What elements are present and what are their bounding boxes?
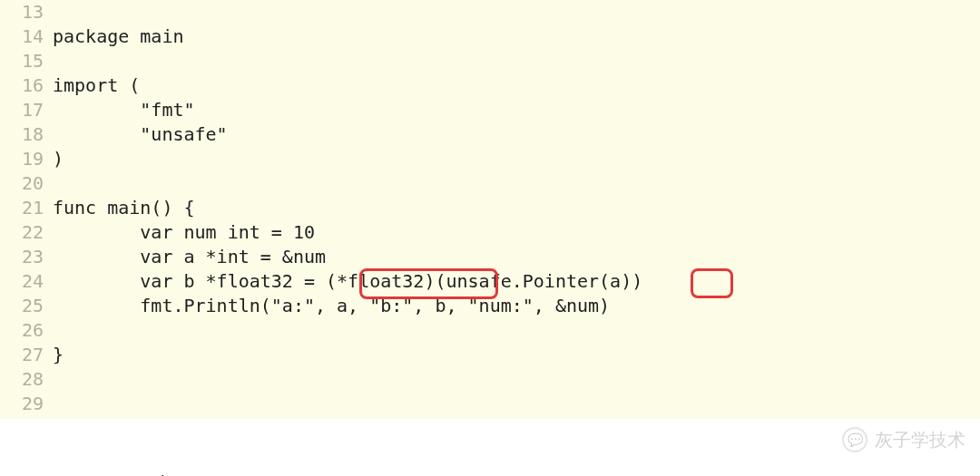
code-line: 21 func main() { (0, 196, 980, 220)
code-text: } (53, 343, 980, 367)
gutter-line-number: 20 (0, 171, 53, 196)
code-line: 22 var num int = 10 (0, 220, 980, 245)
watermark: 💬 灰子学技术 (842, 427, 965, 452)
code-text: import ( (53, 73, 980, 98)
gutter-line-number: 28 (0, 367, 53, 392)
code-text (53, 367, 980, 392)
program-output: a: 0x40e020 b: 0x40e020 num: 0x40e020 (0, 419, 980, 476)
code-text: "unsafe" (53, 122, 980, 147)
code-text: var b *float32 = (*float32)(unsafe.Point… (53, 269, 980, 294)
gutter-line-number: 21 (0, 196, 53, 220)
gutter-line-number: 16 (0, 73, 53, 98)
code-text (53, 392, 980, 416)
wechat-icon: 💬 (842, 427, 867, 452)
gutter-line-number: 15 (0, 49, 53, 73)
code-text (53, 0, 980, 24)
code-line: 26 (0, 318, 980, 343)
code-line: 13 (0, 0, 980, 24)
code-text: package main (53, 24, 980, 49)
code-line: 14 package main (0, 24, 980, 49)
gutter-line-number: 13 (0, 0, 53, 24)
code-text: "fmt" (53, 98, 980, 122)
code-line: 20 (0, 171, 980, 196)
output-text: a: 0x40e020 b: 0x40e020 num: 0x40e020 (29, 471, 434, 476)
code-line: 23 var a *int = &num (0, 245, 980, 269)
code-line: 24 var b *float32 = (*float32)(unsafe.Po… (0, 269, 980, 294)
gutter-line-number: 17 (0, 98, 53, 122)
gutter-line-number: 14 (0, 24, 53, 49)
code-line: 15 (0, 49, 980, 73)
gutter-line-number: 18 (0, 122, 53, 147)
gutter-line-number: 27 (0, 343, 53, 367)
gutter-line-number: 25 (0, 294, 53, 318)
code-editor: 13 14 package main 15 16 import ( 17 "fm… (0, 0, 980, 419)
code-text (53, 318, 980, 343)
gutter-line-number: 23 (0, 245, 53, 269)
code-line: 19 ) (0, 147, 980, 171)
code-line: 17 "fmt" (0, 98, 980, 122)
code-line: 29 (0, 392, 980, 416)
gutter-line-number: 29 (0, 392, 53, 416)
code-text: var num int = 10 (53, 220, 980, 245)
code-text: fmt.Println("a:", a, "b:", b, "num:", &n… (53, 294, 980, 318)
gutter-line-number: 26 (0, 318, 53, 343)
code-line: 25 fmt.Println("a:", a, "b:", b, "num:",… (0, 294, 980, 318)
code-line: 27 } (0, 343, 980, 367)
code-text (53, 171, 980, 196)
watermark-text: 灰子学技术 (875, 428, 965, 452)
gutter-line-number: 24 (0, 269, 53, 294)
code-text: var a *int = &num (53, 245, 980, 269)
code-line: 28 (0, 367, 980, 392)
gutter-line-number: 22 (0, 220, 53, 245)
code-text (53, 49, 980, 73)
code-line: 16 import ( (0, 73, 980, 98)
code-text: func main() { (53, 196, 980, 220)
gutter-line-number: 19 (0, 147, 53, 171)
code-line: 18 "unsafe" (0, 122, 980, 147)
code-text: ) (53, 147, 980, 171)
